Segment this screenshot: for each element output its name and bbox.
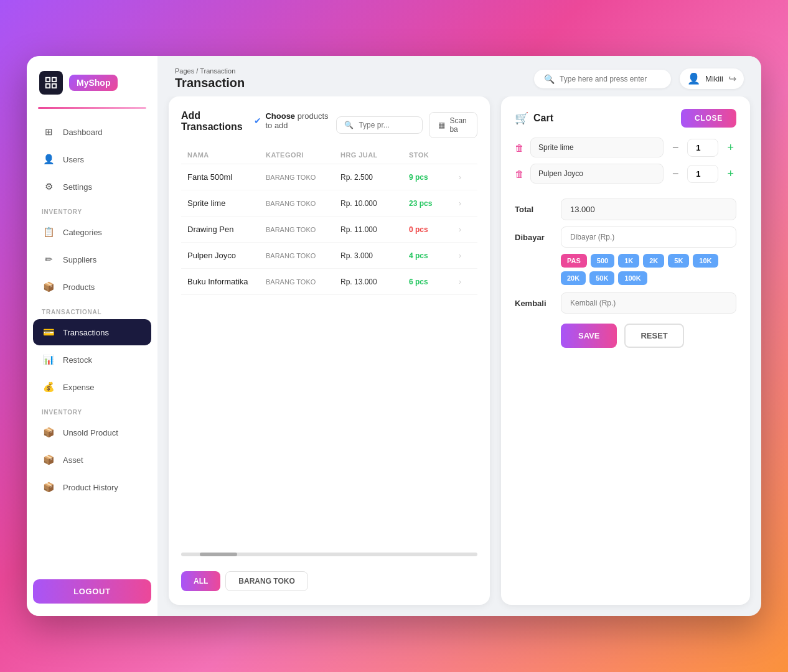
quick-amount-1k[interactable]: 1K — [618, 254, 639, 268]
topbar-logout-icon[interactable]: ↪ — [728, 73, 736, 85]
user-name: Mikiii — [705, 74, 723, 83]
panels: Add Transactions ✔ Choose products to ad… — [157, 96, 761, 616]
qty-decrease-button[interactable]: − — [670, 167, 682, 180]
svg-rect-0 — [46, 78, 50, 82]
quick-amount-10k[interactable]: 10K — [693, 254, 718, 268]
quick-amount-100k[interactable]: 100K — [618, 271, 647, 285]
dashboard-icon: ⊞ — [42, 125, 55, 139]
tab-barang-toko[interactable]: BARANG TOKO — [225, 571, 307, 591]
horizontal-scrollbar[interactable] — [181, 553, 477, 556]
breadcrumb: Pages / Transaction — [175, 67, 245, 75]
logo-text: MyShop — [69, 75, 118, 91]
sidebar-item-settings[interactable]: ⚙ Settings — [33, 174, 151, 200]
quick-amount-500[interactable]: 500 — [591, 254, 614, 268]
quick-amount-20k[interactable]: 20K — [561, 271, 586, 285]
quick-amounts: PAS 500 1K 2K 5K 10K 20K 50K 100K — [561, 254, 736, 285]
table-row[interactable]: Buku Informatika BARANG TOKO Rp. 13.000 … — [181, 269, 477, 295]
sidebar-item-product-history[interactable]: 📦 Product History — [33, 474, 151, 500]
cart-title: 🛒 Cart — [515, 111, 553, 125]
kembali-input[interactable] — [561, 292, 736, 314]
sidebar-item-unsold-product[interactable]: 📦 Unsold Product — [33, 419, 151, 446]
section-label-inventory2: INVENTORY — [33, 401, 151, 418]
topbar: Pages / Transaction Transaction 🔍 👤 Miki… — [157, 56, 761, 96]
sidebar-item-expense[interactable]: 💰 Expense — [33, 374, 151, 400]
sidebar-item-label: Suppliers — [63, 255, 96, 264]
sidebar-item-restock[interactable]: 📊 Restock — [33, 347, 151, 373]
save-button[interactable]: SAVE — [561, 324, 617, 348]
dibayar-row: Dibayar — [515, 226, 736, 248]
topbar-search-input[interactable] — [560, 75, 661, 83]
cart-panel: 🛒 Cart CLOSE 🗑 − + 🗑 — [501, 96, 750, 605]
qty-input[interactable] — [687, 165, 718, 183]
scan-button[interactable]: ▦ Scan ba — [429, 112, 477, 138]
cart-header: 🛒 Cart CLOSE — [515, 109, 736, 128]
cart-icon: 🛒 — [515, 111, 528, 125]
sidebar-item-label: Products — [63, 282, 95, 292]
table-row[interactable]: Sprite lime BARANG TOKO Rp. 10.000 23 pc… — [181, 190, 477, 217]
quick-amount-pas[interactable]: PAS — [561, 254, 587, 268]
cart-item: 🗑 − + — [515, 164, 736, 184]
qty-input[interactable] — [687, 139, 718, 157]
cart-item-name-input[interactable] — [530, 138, 664, 157]
sidebar-item-label: Expense — [63, 383, 95, 392]
table-header: NAMA KATEGORI HRG JUAL STOK — [181, 146, 477, 164]
section-label-inventory: INVENTORY — [33, 201, 151, 218]
transactions-icon: 💳 — [42, 325, 55, 339]
choose-row: ✔ Choose products to add — [254, 111, 330, 130]
action-row: SAVE RESET — [561, 324, 736, 348]
kembali-row: Kembali — [515, 292, 736, 314]
sidebar-item-label: Asset — [63, 455, 83, 465]
table-row[interactable]: Fanta 500ml BARANG TOKO Rp. 2.500 9 pcs … — [181, 164, 477, 190]
quick-amount-2k[interactable]: 2K — [643, 254, 664, 268]
search-small-icon: 🔍 — [344, 121, 354, 129]
sidebar-item-label: Transactions — [63, 328, 109, 337]
qty-decrease-button[interactable]: − — [670, 141, 682, 154]
sidebar-item-categories[interactable]: 📋 Categories — [33, 219, 151, 245]
delete-item-icon[interactable]: 🗑 — [515, 142, 524, 153]
total-row: Total 13.000 — [515, 198, 736, 220]
tab-all[interactable]: ALL — [181, 571, 220, 591]
section-label-transactional: TRANSACTIONAL — [33, 301, 151, 318]
product-table: Fanta 500ml BARANG TOKO Rp. 2.500 9 pcs … — [181, 164, 477, 548]
scrollbar-thumb[interactable] — [200, 553, 237, 556]
table-row[interactable]: Pulpen Joyco BARANG TOKO Rp. 3.000 4 pcs… — [181, 243, 477, 269]
qty-increase-button[interactable]: + — [725, 141, 736, 154]
topbar-right: 🔍 👤 Mikiii ↪ — [534, 68, 744, 89]
sidebar-item-label: Settings — [63, 182, 92, 192]
sidebar-item-users[interactable]: 👤 Users — [33, 146, 151, 172]
svg-rect-1 — [52, 78, 56, 82]
filter-tabs: ALL BARANG TOKO — [181, 565, 477, 591]
product-history-icon: 📦 — [42, 480, 55, 494]
unsold-icon: 📦 — [42, 426, 55, 439]
topbar-search[interactable]: 🔍 — [534, 70, 671, 88]
sidebar-item-products[interactable]: 📦 Products — [33, 274, 151, 300]
suppliers-icon: ✏ — [42, 253, 55, 266]
dibayar-input[interactable] — [561, 226, 736, 248]
logo-icon — [39, 71, 63, 95]
reset-button[interactable]: RESET — [624, 324, 683, 348]
quick-amount-50k[interactable]: 50K — [589, 271, 614, 285]
svg-rect-3 — [52, 84, 56, 88]
sidebar-item-label: Unsold Product — [63, 428, 118, 437]
qty-increase-button[interactable]: + — [725, 167, 736, 180]
dibayar-label: Dibayar — [515, 233, 552, 242]
svg-rect-2 — [46, 84, 50, 88]
cart-item: 🗑 − + — [515, 138, 736, 157]
sidebar-nav: ⊞ Dashboard 👤 Users ⚙ Settings INVENTORY… — [27, 119, 157, 573]
asset-icon: 📦 — [42, 453, 55, 467]
sidebar-divider — [38, 107, 146, 109]
product-search-field[interactable] — [359, 121, 415, 129]
product-search-input[interactable]: 🔍 — [336, 116, 423, 134]
sidebar-item-dashboard[interactable]: ⊞ Dashboard — [33, 119, 151, 145]
cart-item-name-input[interactable] — [530, 164, 664, 184]
delete-item-icon[interactable]: 🗑 — [515, 169, 524, 179]
sidebar-item-transactions[interactable]: 💳 Transactions — [33, 319, 151, 345]
quick-amount-5k[interactable]: 5K — [668, 254, 689, 268]
table-row[interactable]: Drawing Pen BARANG TOKO Rp. 11.000 0 pcs… — [181, 217, 477, 243]
sidebar-item-asset[interactable]: 📦 Asset — [33, 447, 151, 473]
sidebar-item-suppliers[interactable]: ✏ Suppliers — [33, 246, 151, 273]
sidebar-item-label: Dashboard — [63, 128, 103, 137]
expense-icon: 💰 — [42, 380, 55, 394]
close-button[interactable]: CLOSE — [681, 109, 736, 128]
logout-button[interactable]: LOGOUT — [33, 579, 151, 604]
